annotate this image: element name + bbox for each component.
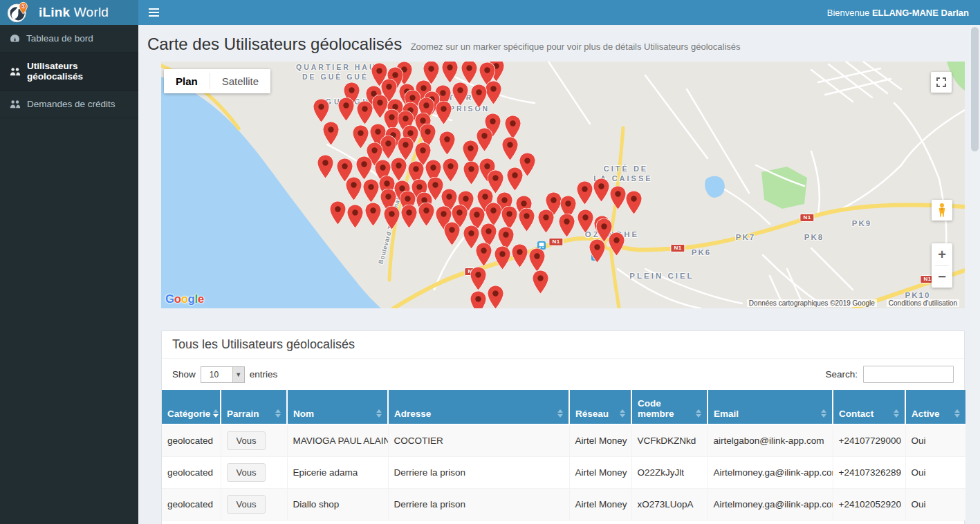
- map-marker[interactable]: [463, 140, 479, 164]
- map-marker[interactable]: [470, 291, 486, 308]
- sidebar-item-tableau-de-bord[interactable]: Tableau de bord: [0, 25, 138, 53]
- users-panel: Tous les Utilisateurs géolocalisés Show …: [161, 330, 965, 524]
- sidebar-item-utilisateurs-geolocalises[interactable]: Utilisateurs géolocalisés: [0, 53, 138, 91]
- map-marker[interactable]: [502, 137, 518, 160]
- map-marker[interactable]: [626, 191, 642, 214]
- map-marker[interactable]: [609, 232, 625, 256]
- column-header-active[interactable]: Active: [905, 390, 965, 424]
- search-input[interactable]: [863, 366, 954, 383]
- sidebar-toggle-button[interactable]: [138, 0, 169, 25]
- cell-nom: Diallo shop: [287, 488, 388, 520]
- map-marker[interactable]: [338, 97, 354, 121]
- map-marker[interactable]: [477, 128, 492, 151]
- column-header-nom[interactable]: Nom: [287, 390, 388, 424]
- map-type-plan-button[interactable]: Plan: [164, 69, 210, 93]
- map-marker[interactable]: [559, 214, 575, 237]
- google-map[interactable]: QUARTIER HAUTDE GUÉ GUÉGUÉ GUÉQUARTIERDE…: [161, 62, 965, 308]
- brand-title: iLink World: [39, 5, 109, 20]
- map-marker[interactable]: [577, 209, 593, 233]
- map-marker[interactable]: [533, 270, 548, 294]
- table-controls: Show 10 ▼ entries Search:: [162, 359, 964, 389]
- route-shield: N1: [548, 238, 563, 246]
- cell-categorie: geolocated: [162, 456, 221, 488]
- map-marker[interactable]: [471, 84, 487, 108]
- map-marker[interactable]: [365, 203, 381, 226]
- column-header-adresse[interactable]: Adresse: [388, 390, 569, 424]
- column-header-categorie[interactable]: Catégorie: [162, 390, 221, 424]
- map-marker[interactable]: [317, 155, 333, 178]
- brand-link[interactable]: $ iLink World: [0, 0, 138, 25]
- scrollbar-thumb[interactable]: [971, 27, 979, 151]
- cell-active: Oui: [905, 424, 965, 456]
- vous-button[interactable]: Vous: [227, 463, 266, 482]
- map-marker[interactable]: [380, 135, 396, 159]
- sidebar-item-demandes-de-credits[interactable]: Demandes de crédits: [0, 91, 138, 118]
- map-marker[interactable]: [593, 178, 609, 202]
- cell-categorie: geolocated: [162, 424, 221, 456]
- column-header-contact[interactable]: Contact: [833, 390, 905, 424]
- map-marker[interactable]: [398, 137, 414, 160]
- map-marker[interactable]: [401, 205, 417, 228]
- map-type-satellite-button[interactable]: Satellite: [210, 69, 270, 93]
- map-marker[interactable]: [384, 206, 400, 230]
- entries-select[interactable]: 10 ▼: [201, 366, 245, 383]
- map-marker[interactable]: [463, 161, 479, 185]
- map-marker[interactable]: [357, 101, 373, 124]
- map-marker[interactable]: [347, 205, 363, 228]
- pegman-icon: [937, 203, 947, 218]
- route-shield: N1: [799, 214, 814, 222]
- map-marker[interactable]: [512, 244, 528, 268]
- google-logo[interactable]: Google: [165, 292, 204, 306]
- sort-icon: [557, 409, 563, 419]
- table-row: geolocated Vous Diallo shop Derriere la …: [162, 488, 965, 520]
- cell-nom: MAVIOGA PAUL ALAIN: [287, 424, 388, 456]
- map-marker[interactable]: [418, 203, 434, 226]
- page-scrollbar[interactable]: [970, 25, 980, 524]
- vous-button[interactable]: Vous: [227, 495, 266, 514]
- map-marker[interactable]: [444, 222, 460, 245]
- map-marker[interactable]: [529, 248, 545, 272]
- map-marker[interactable]: [476, 243, 492, 266]
- map-marker[interactable]: [501, 206, 517, 230]
- search-control: Search:: [825, 366, 954, 383]
- map-marker[interactable]: [436, 101, 452, 124]
- map-marker[interactable]: [313, 99, 329, 122]
- column-header-code-membre[interactable]: Code membre: [631, 390, 708, 424]
- map-marker[interactable]: [439, 131, 455, 155]
- map-marker[interactable]: [589, 239, 605, 263]
- users-icon: [10, 67, 21, 76]
- sort-icon: [894, 409, 899, 419]
- length-control: Show 10 ▼ entries: [172, 366, 277, 383]
- map-marker[interactable]: [470, 267, 486, 290]
- map-marker[interactable]: [442, 62, 458, 83]
- map-marker[interactable]: [610, 186, 626, 209]
- map-marker[interactable]: [507, 167, 523, 191]
- pegman-button[interactable]: [932, 200, 952, 221]
- map-marker[interactable]: [461, 62, 477, 84]
- zoom-out-button[interactable]: −: [932, 266, 952, 288]
- column-header-reseau[interactable]: Réseau: [569, 390, 631, 424]
- map-marker[interactable]: [452, 82, 468, 106]
- map-marker[interactable]: [443, 158, 459, 182]
- map-marker[interactable]: [494, 246, 510, 270]
- terms-link[interactable]: Conditions d'utilisation: [887, 299, 959, 307]
- vous-button[interactable]: Vous: [227, 431, 266, 450]
- map-marker[interactable]: [363, 179, 379, 203]
- map-marker[interactable]: [577, 181, 593, 205]
- column-header-email[interactable]: Email: [708, 390, 833, 424]
- fullscreen-button[interactable]: [931, 72, 952, 93]
- map-marker[interactable]: [356, 156, 372, 180]
- map-marker[interactable]: [346, 177, 362, 200]
- sidebar: Tableau de bord Utilisateurs géolocalisé…: [0, 25, 138, 524]
- map-type-control: Plan Satellite: [164, 69, 270, 93]
- map-marker[interactable]: [538, 209, 554, 233]
- map-marker[interactable]: [330, 201, 346, 225]
- map-marker[interactable]: [488, 286, 503, 308]
- column-header-parrain[interactable]: Parrain: [221, 390, 287, 424]
- map-marker[interactable]: [486, 81, 501, 104]
- map-marker[interactable]: [519, 208, 535, 232]
- map-marker[interactable]: [486, 203, 501, 226]
- zoom-in-button[interactable]: +: [932, 243, 952, 265]
- map-marker[interactable]: [323, 122, 339, 145]
- map-marker[interactable]: [505, 115, 521, 139]
